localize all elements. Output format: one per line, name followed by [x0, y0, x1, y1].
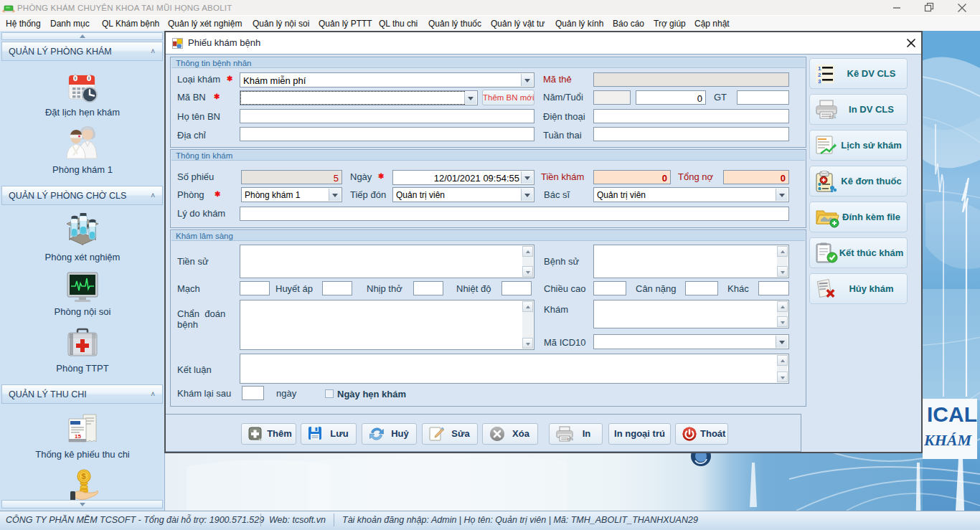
- svg-text:DTS: DTS: [829, 115, 836, 119]
- svg-text:1: 1: [818, 65, 821, 72]
- svg-text:DTS: DTS: [567, 437, 573, 441]
- svg-text:15: 15: [75, 433, 81, 440]
- svg-text:$: $: [82, 472, 86, 481]
- svg-text:2: 2: [818, 72, 821, 78]
- svg-text:ICAL: ICAL: [927, 402, 977, 426]
- svg-text:KHÁM: KHÁM: [923, 431, 972, 449]
- svg-text:3: 3: [818, 78, 821, 85]
